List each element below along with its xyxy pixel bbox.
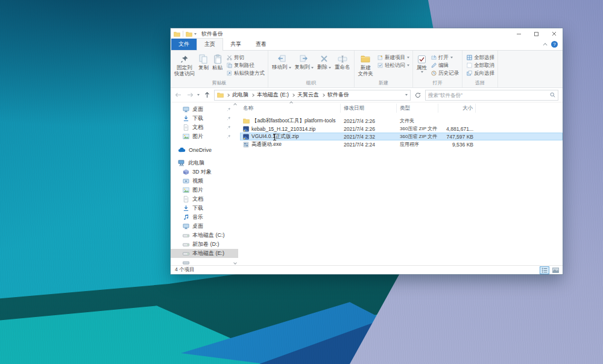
refresh-button[interactable] xyxy=(413,90,423,100)
easy-access-icon xyxy=(377,63,383,68)
help-icon[interactable]: ? xyxy=(551,41,558,48)
file-row-vgui-zip-selected[interactable]: VGUI4.0.1正式版.zip 2021/7/4 2:32 360压缩 ZIP… xyxy=(240,133,563,140)
sidebar-item-music[interactable]: 音乐 xyxy=(171,213,238,222)
sidebar-item-documents-quick[interactable]: 文档 xyxy=(171,123,238,132)
file-date: 2021/7/4 2:32 xyxy=(341,134,397,140)
move-to-button[interactable]: 移动到 xyxy=(270,52,293,71)
sidebar-item-onedrive[interactable]: OneDrive xyxy=(171,145,238,154)
sidebar-item-downloads-quick[interactable]: 下载 xyxy=(171,114,238,123)
pin-to-quick-access-button[interactable]: 固定到 快速访问 xyxy=(172,52,197,77)
properties-button[interactable]: 属性 xyxy=(415,52,429,73)
easy-access-button[interactable]: 轻松访问 xyxy=(377,61,409,69)
sidebar-item-desktop[interactable]: 桌面 xyxy=(171,222,238,231)
file-row-qualcomm-exe[interactable]: 高通驱动.exe 2021/7/4 2:24 应用程序 9,536 KB xyxy=(240,140,563,148)
sidebar-item-downloads[interactable]: 下载 xyxy=(171,204,238,213)
maximize-button[interactable] xyxy=(528,28,545,39)
rename-label: 重命名 xyxy=(335,64,350,71)
copy-to-button[interactable]: 复制到 xyxy=(293,52,316,71)
cut-button[interactable]: 剪切 xyxy=(227,54,265,61)
desktop-icon xyxy=(183,106,189,113)
minimize-button[interactable] xyxy=(510,28,528,39)
sidebar-item-this-pc[interactable]: 此电脑 xyxy=(171,158,238,168)
delete-button[interactable]: 删除 xyxy=(315,52,333,71)
column-header-name[interactable]: 名称 xyxy=(240,104,341,113)
sidebar-item-drive-c[interactable]: 本地磁盘 (C:) xyxy=(171,231,238,240)
sidebar-item-3d-objects[interactable]: 3D 对象 xyxy=(171,168,238,177)
sidebar-item-clipped[interactable] xyxy=(171,258,238,265)
scroll-down-icon[interactable] xyxy=(233,261,237,265)
easy-access-dropdown-icon xyxy=(407,64,409,66)
invert-selection-button[interactable]: 反向选择 xyxy=(467,69,494,77)
up-button[interactable] xyxy=(202,90,212,100)
search-input[interactable] xyxy=(428,92,550,98)
tab-share[interactable]: 共享 xyxy=(223,39,248,50)
history-button[interactable]: 历史记录 xyxy=(431,69,459,77)
sidebar-item-drive-d[interactable]: 新加卷 (D:) xyxy=(171,240,238,249)
copy-to-icon xyxy=(300,54,309,64)
back-button[interactable] xyxy=(173,90,183,100)
open-label: 打开 xyxy=(438,54,449,61)
breadcrumb-this-pc[interactable]: 此电脑 xyxy=(232,91,248,99)
tab-view[interactable]: 查看 xyxy=(248,39,274,50)
tab-file[interactable]: 文件 xyxy=(171,39,197,50)
videos-icon xyxy=(183,178,189,184)
search-box[interactable] xyxy=(425,90,558,101)
sidebar-item-pictures[interactable]: 图片 xyxy=(171,186,238,195)
move-to-dropdown-icon xyxy=(289,67,291,69)
file-row-platform-tools[interactable]: 【adb和fastboot工具】platform-tools 2021/7/4 … xyxy=(240,117,563,125)
easy-access-label: 轻松访问 xyxy=(385,62,405,69)
search-icon[interactable] xyxy=(550,92,555,98)
select-none-button[interactable]: 全部取消 xyxy=(467,61,494,69)
file-row-kebab-zip[interactable]: kebab_15_H.12_210314.zip 2021/7/4 2:26 3… xyxy=(240,125,563,133)
copy-path-button[interactable]: 复制路径 xyxy=(227,61,265,69)
sidebar-item-documents[interactable]: 文档 xyxy=(171,195,238,204)
main-content: 桌面 下载 文档 图片 OneDrive xyxy=(171,102,563,265)
pin-icon xyxy=(227,125,231,130)
cut-label: 剪切 xyxy=(234,54,244,61)
edit-button[interactable]: 编辑 xyxy=(431,61,459,69)
select-none-icon xyxy=(467,63,472,68)
titlebar[interactable]: 软件备份 xyxy=(171,28,563,39)
breadcrumb-chevron-icon xyxy=(291,93,295,97)
column-header-date[interactable]: 修改日期 xyxy=(341,104,397,113)
breadcrumb-drive-e[interactable]: 本地磁盘 (E:) xyxy=(257,91,289,99)
forward-button[interactable] xyxy=(185,90,195,100)
close-button[interactable] xyxy=(545,28,563,39)
breadcrumb-cloud-folder[interactable]: 天翼云盘 xyxy=(297,91,319,99)
new-item-button[interactable]: 新建项目 xyxy=(377,54,409,61)
pictures-icon xyxy=(183,187,189,193)
new-folder-button[interactable]: 新建 文件夹 xyxy=(356,52,376,77)
thumbnail-view-button[interactable] xyxy=(551,266,560,274)
collapse-ribbon-icon[interactable] xyxy=(543,43,548,47)
zip-file-icon xyxy=(243,134,249,140)
drive-icon xyxy=(183,232,189,239)
quick-access-toolbar-folder-icon[interactable] xyxy=(186,31,192,37)
sidebar-item-pictures-quick[interactable]: 图片 xyxy=(171,132,238,141)
column-header-type[interactable]: 类型 xyxy=(397,104,438,113)
downloads-icon xyxy=(183,115,189,122)
tab-home[interactable]: 主页 xyxy=(197,38,223,51)
sidebar-item-drive-e-selected[interactable]: 本地磁盘 (E:) xyxy=(171,249,238,258)
column-headers: 名称 修改日期 类型 大小 xyxy=(240,102,563,114)
copy-button[interactable]: 复制 xyxy=(197,52,210,71)
rename-button[interactable]: 重命名 xyxy=(333,52,352,71)
sidebar-scrollbar[interactable] xyxy=(232,104,238,264)
address-dropdown-icon[interactable] xyxy=(405,94,408,96)
sidebar-item-desktop-quick[interactable]: 桌面 xyxy=(171,105,238,114)
new-folder-label-2: 文件夹 xyxy=(358,71,374,77)
scroll-up-icon[interactable] xyxy=(233,103,237,107)
sidebar-label: 文档 xyxy=(192,195,203,203)
paste-button[interactable]: 粘贴 xyxy=(210,52,224,71)
recent-locations-dropdown-icon[interactable] xyxy=(197,94,200,96)
column-header-size[interactable]: 大小 xyxy=(438,104,476,113)
new-item-label: 新建项目 xyxy=(385,54,405,61)
copy-label: 复制 xyxy=(198,65,209,71)
sidebar-item-videos[interactable]: 视频 xyxy=(171,177,238,186)
select-all-button[interactable]: 全部选择 xyxy=(467,54,494,61)
qat-dropdown-icon[interactable] xyxy=(194,33,197,35)
address-bar[interactable]: 此电脑 本地磁盘 (E:) 天翼云盘 软件备份 xyxy=(214,90,411,101)
open-button[interactable]: 打开 xyxy=(431,54,459,61)
breadcrumb-current-folder[interactable]: 软件备份 xyxy=(327,91,349,99)
details-view-button[interactable] xyxy=(540,266,549,274)
paste-shortcut-button[interactable]: 粘贴快捷方式 xyxy=(227,69,265,77)
